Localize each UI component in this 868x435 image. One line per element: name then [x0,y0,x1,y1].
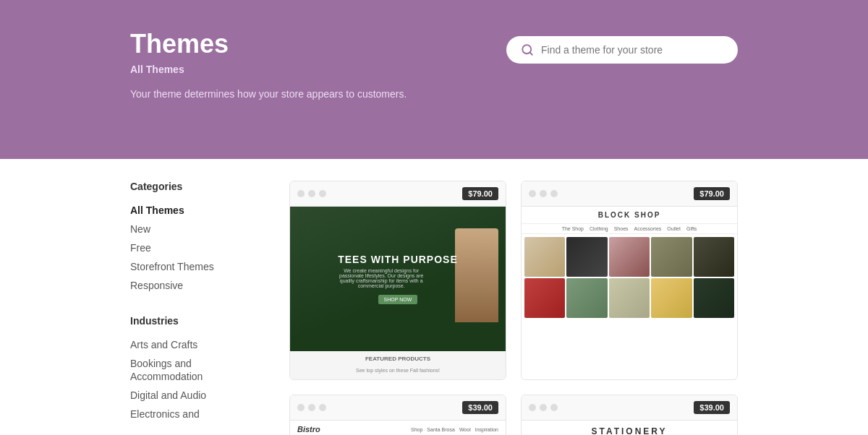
blockshop-nav-4: Accessories [634,226,662,231]
sidebar-link-arts[interactable]: Arts and Crafts [130,339,197,350]
threads-cta: SHOP NOW [378,295,418,304]
industries-title: Industries [130,315,260,327]
window-dots-3 [297,404,326,411]
bistro-preview: Bistro Shop Santa Brosa Wool Inspiration [290,421,506,435]
stationery-header: STATIONERY [522,421,737,435]
dot-8 [308,404,315,411]
categories-title: Categories [130,181,260,192]
bistro-nav-2: Santa Brosa [427,427,455,432]
threads-featured: FEATURED PRODUCTS [297,356,498,362]
blockshop-preview: BLOCK SHOP The Shop Clothing Shoes Acces… [522,207,737,351]
sidebar-item-storefront[interactable]: Storefront Themes [130,257,260,276]
dot-12 [550,404,558,411]
theme-card-bistro[interactable]: $39.00 Bistro Shop Santa Brosa Wool Insp… [289,395,506,435]
blockshop-item-9 [651,278,692,318]
hero-left: Themes All Themes Your theme determines … [130,29,407,100]
page-title: Themes [130,29,407,59]
dot-3 [319,190,326,197]
threads-description: We create meaningful designs for passion… [338,268,425,288]
theme-card-header-threads: $79.00 [290,181,506,207]
svg-line-1 [529,52,532,54]
blockshop-nav-6: Gifts [686,226,697,231]
blockshop-item-10 [694,278,734,318]
blockshop-item-3 [609,237,650,277]
hero-subtitle: All Themes [130,64,407,75]
search-input[interactable] [541,44,723,56]
sidebar-link-electronics[interactable]: Electronics and [130,408,200,420]
dot-6 [550,190,558,197]
dot-2 [308,190,315,197]
stationery-title: STATIONERY [527,426,731,435]
industries-list: Arts and Crafts Bookings and Accommodati… [130,335,260,423]
sidebar-item-bookings[interactable]: Bookings and Accommodation [130,354,260,386]
main-content: Categories All Themes New Free Storefron… [0,159,868,435]
bistro-logo: Bistro [297,425,320,434]
threads-model-image [455,228,498,322]
sidebar-link-all-themes[interactable]: All Themes [130,204,184,216]
theme-card-header-stationery: $39.00 [522,395,737,421]
sidebar-item-digital[interactable]: Digital and Audio [130,386,260,405]
theme-card-header-bistro: $39.00 [290,395,506,421]
blockshop-nav-1: The Shop [562,226,584,231]
window-dots [297,190,326,197]
blockshop-title: BLOCK SHOP [526,211,733,219]
sidebar-item-new[interactable]: New [130,220,260,238]
sidebar-item-free[interactable]: Free [130,238,260,257]
dot-1 [297,190,305,197]
dot-9 [319,404,326,411]
theme-card-blockshop[interactable]: $79.00 BLOCK SHOP The Shop Clothing Shoe… [521,181,738,380]
bistro-nav-3: Wool [459,427,471,432]
blockshop-item-6 [524,278,565,318]
sidebar-link-responsive[interactable]: Responsive [130,280,183,291]
threads-featured-sub: See top styles on these Fall fashions! [356,368,440,373]
blockshop-item-2 [566,237,607,277]
bistro-bg: Bistro Shop Santa Brosa Wool Inspiration [290,421,506,435]
sidebar-link-storefront[interactable]: Storefront Themes [130,261,214,272]
stationery-bg: STATIONERY [522,421,737,435]
threads-preview: TEES WITH PURPOSE We create meaningful d… [290,207,506,351]
blockshop-bg: BLOCK SHOP The Shop Clothing Shoes Acces… [522,207,737,351]
sidebar: Categories All Themes New Free Storefron… [130,181,260,435]
theme-card-threads[interactable]: $79.00 TEES WITH PURPOSE We create meani… [289,181,506,380]
categories-list: All Themes New Free Storefront Themes Re… [130,201,260,295]
hero-section: Themes All Themes Your theme determines … [0,0,868,159]
hero-description: Your theme determines how your store app… [130,88,407,100]
search-box [506,36,738,64]
blockshop-item-4 [651,237,692,277]
sidebar-link-free[interactable]: Free [130,242,151,254]
blockshop-nav-2: Clothing [590,226,608,231]
blockshop-nav-3: Shoes [614,226,629,231]
bistro-nav-4: Inspiration [475,427,498,432]
threads-hero: TEES WITH PURPOSE We create meaningful d… [338,254,458,304]
sidebar-link-new[interactable]: New [130,223,150,235]
dot-5 [540,190,547,197]
sidebar-link-digital[interactable]: Digital and Audio [130,389,206,401]
sidebar-item-arts[interactable]: Arts and Crafts [130,335,260,354]
dot-10 [529,404,536,411]
blockshop-nav-5: Outlet [667,226,681,231]
blockshop-grid [522,234,737,321]
bistro-nav: Shop Santa Brosa Wool Inspiration [411,427,498,432]
dot-4 [529,190,536,197]
blockshop-nav: The Shop Clothing Shoes Accessories Outl… [522,224,737,234]
threads-price: $79.00 [462,187,498,200]
threads-tagline: TEES WITH PURPOSE [338,254,458,265]
bistro-price: $39.00 [462,401,498,414]
sidebar-item-all-themes[interactable]: All Themes [130,201,260,220]
theme-card-stationery[interactable]: $39.00 STATIONERY [521,395,738,435]
blockshop-header: BLOCK SHOP [522,207,737,224]
search-wrapper [506,36,738,64]
blockshop-item-5 [694,237,734,277]
blockshop-item-7 [566,278,607,318]
search-icon [521,43,534,56]
sidebar-item-electronics[interactable]: Electronics and [130,405,260,423]
sidebar-item-responsive[interactable]: Responsive [130,276,260,295]
blockshop-price: $79.00 [694,187,730,200]
threads-bottom: FEATURED PRODUCTS See top styles on thes… [290,351,506,379]
blockshop-item-8 [609,278,650,318]
blockshop-item-1 [524,237,565,277]
window-dots-2 [529,190,558,197]
sidebar-link-bookings[interactable]: Bookings and Accommodation [130,358,203,382]
stationery-price: $39.00 [694,401,730,414]
dot-7 [297,404,305,411]
